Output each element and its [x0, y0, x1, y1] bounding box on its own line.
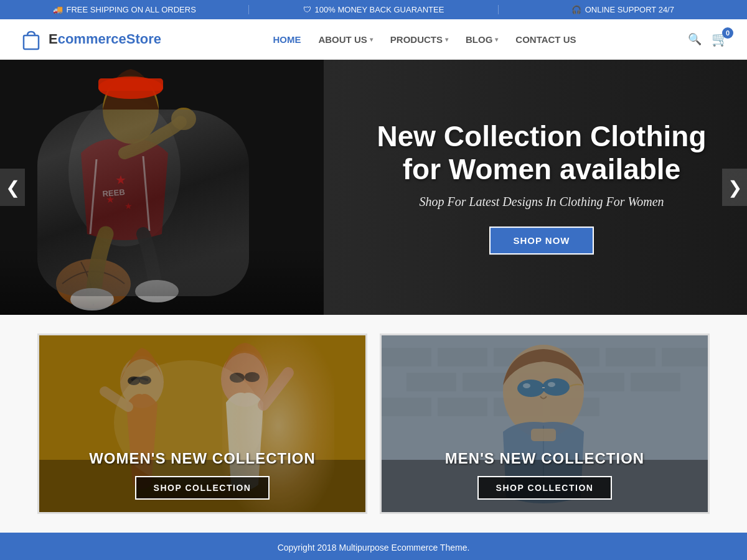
logo-bag-icon — [19, 27, 44, 52]
nav-link-contact[interactable]: CONTACT US — [515, 34, 576, 45]
svg-text:REEB: REEB — [102, 187, 125, 198]
men-collection-content: MEN'S NEW COLLECTION SHOP COLLECTION — [382, 437, 708, 512]
svg-point-2 — [68, 97, 181, 246]
nav-item-about[interactable]: ABOUT US ▾ — [318, 34, 372, 45]
logo-text: EcommerceStore — [49, 31, 161, 47]
arrow-right-icon: ❯ — [728, 177, 742, 198]
topbar-guarantee-text: 100% MONEY BACK GUARANTEE — [315, 5, 444, 14]
hero-image: ★ ★ ★ — [0, 60, 324, 315]
main-nav: HOME ABOUT US ▾ PRODUCTS ▾ BLOG ▾ CONTAC… — [273, 34, 576, 45]
chevron-icon: ▾ — [370, 36, 373, 43]
logo-text-rest: commerceStore — [58, 31, 161, 47]
nav-link-home[interactable]: HOME — [273, 34, 301, 45]
women-collection-title: WOMEN'S NEW COLLECTION — [52, 450, 353, 467]
shield-icon: 🛡 — [303, 5, 311, 14]
topbar-shipping-text: FREE SHIPPING ON ALL ORDERS — [67, 5, 196, 14]
men-collection-card: MEN'S NEW COLLECTION SHOP COLLECTION — [380, 334, 710, 514]
footer: Copyright 2018 Multipurpose Ecommerce Th… — [0, 533, 747, 560]
topbar-item-guarantee: 🛡 100% MONEY BACK GUARANTEE — [249, 5, 498, 14]
men-shop-collection-button[interactable]: SHOP COLLECTION — [477, 476, 613, 500]
chevron-icon: ▾ — [495, 36, 498, 43]
topbar-item-support: 🎧 ONLINE SUPPORT 24/7 — [499, 5, 747, 14]
svg-text:★: ★ — [106, 194, 115, 205]
cart-badge: 0 — [722, 27, 733, 39]
search-icon: 🔍 — [688, 33, 702, 45]
header: EcommerceStore HOME ABOUT US ▾ PRODUCTS … — [0, 19, 747, 60]
nav-item-blog[interactable]: BLOG ▾ — [466, 34, 498, 45]
logo-text-e: E — [49, 31, 58, 47]
hero-content: New Collection Clothing for Women availa… — [374, 120, 710, 254]
topbar-support-text: ONLINE SUPPORT 24/7 — [585, 5, 674, 14]
nav-link-about[interactable]: ABOUT US ▾ — [318, 34, 372, 45]
logo[interactable]: EcommerceStore — [19, 27, 161, 52]
slider-next-button[interactable]: ❯ — [722, 169, 747, 206]
hero-background: ★ ★ ★ — [0, 60, 747, 315]
svg-rect-14 — [0, 246, 324, 315]
hero-subtitle: Shop For Latest Designs In Clothing For … — [374, 195, 710, 209]
search-button[interactable]: 🔍 — [688, 32, 702, 46]
topbar-item-shipping: 🚚 FREE SHIPPING ON ALL ORDERS — [0, 5, 249, 14]
hero-slider: ★ ★ ★ — [0, 60, 747, 315]
nav-item-home[interactable]: HOME — [273, 34, 301, 45]
cart-button[interactable]: 🛒 0 — [712, 31, 728, 47]
nav-link-products[interactable]: PRODUCTS ▾ — [390, 34, 448, 45]
svg-rect-8 — [98, 78, 163, 91]
hero-title: New Collection Clothing for Women availa… — [374, 120, 710, 186]
nav-link-blog[interactable]: BLOG ▾ — [466, 34, 498, 45]
men-collection-title: MEN'S NEW COLLECTION — [394, 450, 695, 467]
top-bar: 🚚 FREE SHIPPING ON ALL ORDERS 🛡 100% MON… — [0, 0, 747, 19]
nav-list: HOME ABOUT US ▾ PRODUCTS ▾ BLOG ▾ CONTAC… — [273, 34, 576, 45]
footer-copyright: Copyright 2018 Multipurpose Ecommerce Th… — [278, 543, 470, 553]
women-collection-card: WOMEN'S NEW COLLECTION SHOP COLLECTION — [37, 334, 367, 514]
headset-icon: 🎧 — [571, 5, 581, 14]
svg-rect-0 — [24, 35, 39, 49]
header-icons: 🔍 🛒 0 — [688, 31, 728, 47]
nav-item-contact[interactable]: CONTACT US — [515, 34, 576, 45]
svg-text:★: ★ — [125, 201, 133, 211]
nav-item-products[interactable]: PRODUCTS ▾ — [390, 34, 448, 45]
collections-section: WOMEN'S NEW COLLECTION SHOP COLLECTION — [0, 315, 747, 533]
hero-figure-svg: ★ ★ ★ — [0, 60, 324, 315]
svg-point-12 — [171, 108, 196, 130]
arrow-left-icon: ❮ — [6, 177, 20, 198]
slider-prev-button[interactable]: ❮ — [0, 169, 25, 206]
hero-shop-now-button[interactable]: SHOP NOW — [489, 226, 593, 254]
truck-icon: 🚚 — [53, 5, 63, 14]
women-shop-collection-button[interactable]: SHOP COLLECTION — [135, 476, 270, 500]
women-collection-content: WOMEN'S NEW COLLECTION SHOP COLLECTION — [39, 437, 365, 512]
chevron-icon: ▾ — [445, 36, 448, 43]
svg-text:★: ★ — [115, 173, 126, 187]
